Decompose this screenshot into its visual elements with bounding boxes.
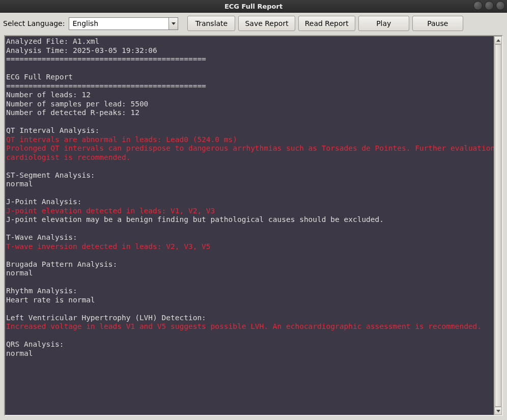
play-button[interactable]: Play bbox=[358, 16, 409, 31]
pause-button[interactable]: Pause bbox=[412, 16, 463, 31]
scroll-down-button[interactable] bbox=[494, 407, 502, 415]
read-report-button[interactable]: Read Report bbox=[298, 16, 355, 31]
window-minimize-button[interactable] bbox=[473, 1, 483, 10]
language-label: Select Language: bbox=[3, 19, 65, 27]
language-select-value: English bbox=[69, 19, 168, 27]
translate-button-label: Translate bbox=[195, 19, 228, 27]
toolbar: Select Language: English Translate Save … bbox=[0, 13, 507, 35]
scroll-up-button[interactable] bbox=[494, 36, 502, 44]
window-controls bbox=[473, 1, 505, 10]
vertical-scrollbar[interactable] bbox=[494, 36, 502, 415]
titlebar[interactable]: ECG Full Report bbox=[0, 0, 507, 13]
scroll-thumb[interactable] bbox=[495, 44, 501, 407]
pause-button-label: Pause bbox=[427, 19, 448, 27]
report-scroll: Analyzed File: A1.xml Analysis Time: 202… bbox=[5, 36, 502, 415]
scroll-track[interactable] bbox=[494, 44, 502, 407]
report-area: Analyzed File: A1.xml Analysis Time: 202… bbox=[4, 35, 503, 416]
save-report-button[interactable]: Save Report bbox=[238, 16, 295, 31]
translate-button[interactable]: Translate bbox=[187, 16, 235, 31]
play-button-label: Play bbox=[376, 19, 391, 27]
window-title: ECG Full Report bbox=[224, 3, 283, 10]
language-select[interactable]: English bbox=[69, 17, 178, 30]
save-report-button-label: Save Report bbox=[245, 19, 288, 27]
report-text[interactable]: Analyzed File: A1.xml Analysis Time: 202… bbox=[5, 36, 494, 415]
app-window: ECG Full Report Select Language: English… bbox=[0, 0, 507, 420]
window-close-button[interactable] bbox=[496, 1, 505, 10]
chevron-down-icon[interactable] bbox=[168, 18, 178, 30]
window-maximize-button[interactable] bbox=[485, 1, 494, 10]
read-report-button-label: Read Report bbox=[305, 19, 349, 27]
